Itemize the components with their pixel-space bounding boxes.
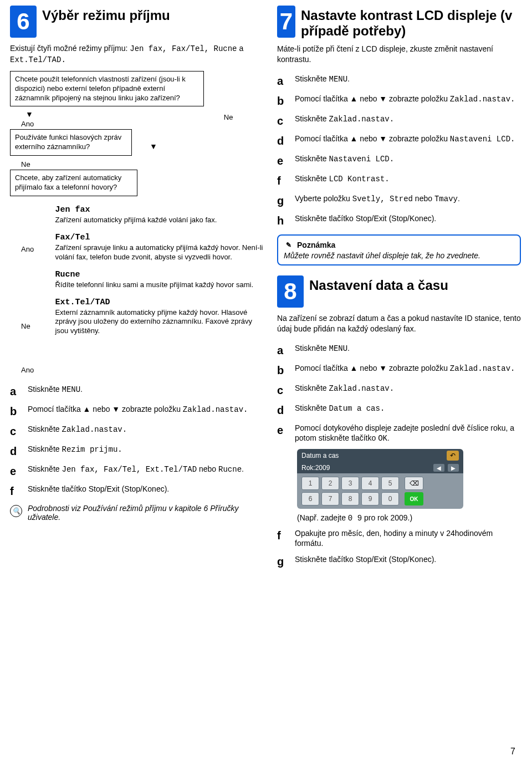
- s8g-label: g: [277, 554, 287, 569]
- section-7-steps: aStiskněte MENU. bPomocí tlačítka ▲ nebo…: [277, 74, 521, 228]
- kp-title: Datum a cas: [301, 452, 339, 459]
- intro-modes: Jen fax, Fax/Tel, Rucne: [130, 44, 237, 53]
- step-e-label: e: [10, 464, 20, 478]
- ok-button: OK: [405, 492, 423, 505]
- intro-mode-last: Ext.Tel/TAD.: [10, 55, 66, 64]
- kp-year: Rok:2009: [301, 464, 330, 472]
- s8a-text: Stiskněte MENU.: [295, 343, 521, 354]
- note-title: Poznámka: [297, 241, 335, 249]
- step-number-8: 8: [277, 275, 304, 308]
- s8b-label: b: [277, 363, 287, 377]
- answer-ne-1: Ne: [21, 160, 157, 168]
- key-8: 8: [341, 492, 359, 505]
- s7a-text: Stiskněte MENU.: [295, 74, 521, 84]
- mode-jenfax-desc: Zařízení automaticky přijímá každé volán…: [55, 216, 265, 225]
- step-e-text: Stiskněte Jen fax, Fax/Tel, Ext.Tel/TAD …: [28, 464, 265, 474]
- mode-rucne-desc: Řídíte telefonní linku sami a musíte při…: [55, 280, 265, 290]
- decision-flow: Chcete použít telefonních vlastností zař…: [10, 71, 265, 375]
- mode-jenfax: Jen fax Zařízení automaticky přijímá kaž…: [55, 205, 265, 225]
- s7b-text: Pomocí tlačítka ▲ nebo ▼ zobrazte položk…: [295, 94, 521, 104]
- example-text: (Např. zadejte 0 9 pro rok 2009.): [297, 513, 521, 523]
- s7b-label: b: [277, 94, 287, 108]
- step-a-text: Stiskněte MENU.: [28, 384, 265, 395]
- s8c-label: c: [277, 383, 287, 397]
- step-d-text: Stiskněte Rezim prijmu.: [28, 444, 265, 454]
- lcd-keypad: Datum a cas ↶ Rok:2009 ◀ ▶ 1 2 3 4 5 6 7…: [297, 449, 463, 509]
- pencil-icon: ✎: [284, 240, 294, 250]
- s8b-text: Pomocí tlačítka ▲ nebo ▼ zobrazte položk…: [295, 363, 521, 374]
- kp-keys-grid: 1 2 3 4 5 6 7 8 9 0: [301, 477, 399, 505]
- s8c-text: Stiskněte Zaklad.nastav.: [295, 383, 521, 394]
- key-2: 2: [321, 477, 339, 490]
- s8d-text: Stiskněte Datum a cas.: [295, 403, 521, 413]
- intro-text-a: Existují čtyři možné režimy příjmu:: [10, 44, 130, 53]
- s7d-text: Pomocí tlačítka ▲ nebo ▼ zobrazte položk…: [295, 134, 521, 144]
- s7c-label: c: [277, 114, 287, 128]
- step-d-label: d: [10, 444, 20, 458]
- arrow-left-icon: ◀: [433, 464, 444, 472]
- mode-exttad-title: Ext.Tel/TAD: [55, 298, 265, 307]
- section-8-intro: Na zařízení se zobrazí datum a čas a pok…: [277, 313, 521, 334]
- s8a-label: a: [277, 343, 287, 357]
- question-3-box: Chcete, aby zařízení automaticky přijíma…: [10, 170, 137, 196]
- question-2-box: Používáte funkci hlasových zpráv externí…: [10, 129, 132, 156]
- s7g-label: g: [277, 193, 287, 208]
- step-a-label: a: [10, 384, 20, 399]
- s8g-text: Stiskněte tlačítko Stop/Exit (Stop/Konec…: [295, 554, 521, 564]
- section-7-header: 7 Nastavte kontrast LCD displeje (v příp…: [277, 6, 521, 38]
- section-8-header: 8 Nastavení data a času: [277, 275, 521, 308]
- key-5: 5: [381, 477, 399, 490]
- mode-rucne-title: Rucne: [55, 270, 265, 279]
- step-b-label: b: [10, 404, 20, 418]
- key-9: 9: [361, 492, 379, 505]
- section-8-title: Nastavení data a času: [309, 275, 448, 293]
- key-7: 7: [321, 492, 339, 505]
- note-body: Můžete rovněž nastavit úhel displeje tak…: [284, 251, 514, 260]
- s8e-text: Pomocí dotykového displeje zadejte posle…: [295, 423, 521, 443]
- section-8-steps: aStiskněte MENU. bPomocí tlačítka ▲ nebo…: [277, 343, 521, 443]
- arrow-down-icon: ▼: [25, 110, 33, 119]
- step-f-label: f: [10, 484, 20, 498]
- section-6-steps: a Stiskněte MENU. b Pomocí tlačítka ▲ ne…: [10, 384, 265, 522]
- intro-text-mid: a: [237, 44, 244, 53]
- s7f-label: f: [277, 173, 287, 188]
- answer-ano-1: Ano: [21, 120, 157, 128]
- mode-faxtel: Fax/Tel Zařízení spravuje linku a automa…: [55, 233, 265, 262]
- s7h-text: Stiskněte tlačítko Stop/Exit (Stop/Konec…: [295, 213, 521, 223]
- step-c-text: Stiskněte Zaklad.nastav.: [28, 424, 265, 435]
- s7f-text: Stiskněte LCD Kontrast.: [295, 173, 521, 184]
- answer-ano-3: Ano: [21, 366, 55, 374]
- step-c-label: c: [10, 424, 20, 438]
- mode-exttad-desc: Externí záznamník automaticky přijme kaž…: [55, 308, 265, 336]
- key-6: 6: [301, 492, 319, 505]
- s8f-label: f: [277, 528, 287, 543]
- backspace-icon: ⌫: [405, 477, 423, 490]
- key-4: 4: [361, 477, 379, 490]
- question-1-box: Chcete použít telefonních vlastností zař…: [10, 71, 204, 107]
- answer-ano-2: Ano: [21, 245, 55, 253]
- step-number-7: 7: [277, 6, 295, 38]
- s7g-text: Vyberte položku Svetly, Stred nebo Tmavy…: [295, 193, 521, 204]
- key-3: 3: [341, 477, 359, 490]
- mode-faxtel-title: Fax/Tel: [55, 233, 265, 242]
- step-b-text: Pomocí tlačítka ▲ nebo ▼ zobrazte položk…: [28, 404, 265, 415]
- section-6-header: 6 Výběr režimu příjmu: [10, 6, 265, 38]
- s8e-label: e: [277, 423, 287, 437]
- section-7-title: Nastavte kontrast LCD displeje (v případ…: [301, 6, 521, 38]
- reference-text: Podrobnosti viz Používání režimů příjmu …: [28, 504, 265, 522]
- section-7-intro: Máte-li potíže při čtení z LCD displeje,…: [277, 44, 521, 65]
- magnifier-icon: 🔍: [10, 505, 22, 517]
- s7e-label: e: [277, 154, 287, 168]
- s8d-label: d: [277, 403, 287, 417]
- arrow-down-icon: ▼: [150, 142, 157, 151]
- reference-note: 🔍 Podrobnosti viz Používání režimů příjm…: [10, 504, 265, 522]
- mode-rucne: Rucne Řídíte telefonní linku sami a musí…: [55, 270, 265, 290]
- mode-exttad: Ext.Tel/TAD Externí záznamník automatick…: [55, 298, 265, 336]
- key-0: 0: [381, 492, 399, 505]
- s7a-label: a: [277, 74, 287, 88]
- back-icon: ↶: [447, 451, 459, 461]
- answer-ne-2: Ne: [224, 113, 233, 121]
- s8f-text: Opakujte pro měsíc, den, hodiny a minuty…: [295, 528, 521, 548]
- step-f-text: Stiskněte tlačítko Stop/Exit (Stop/Konec…: [28, 484, 265, 494]
- section-6-title: Výběr režimu příjmu: [42, 6, 170, 23]
